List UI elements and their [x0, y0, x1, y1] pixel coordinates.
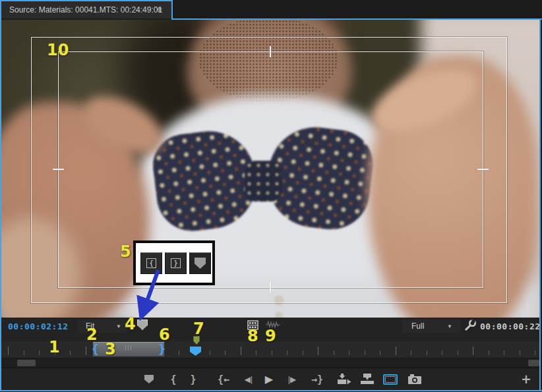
annotation-1: 1 — [49, 339, 60, 355]
settings-wrench-icon[interactable] — [464, 320, 477, 331]
panel-tab-bar: Source: Materials: 00041.MTS: 00:24:49:0… — [0, 0, 542, 18]
safe-center-tick-bottom — [270, 282, 271, 293]
zoom-handle-left[interactable] — [17, 360, 36, 366]
mark-in-button[interactable]: { — [165, 374, 182, 385]
annotation-4: 4 — [125, 316, 136, 332]
range-grip[interactable] — [125, 345, 131, 350]
duration-timecode: 00:00:00:22 — [480, 322, 541, 331]
zoom-handle-right[interactable] — [528, 360, 539, 366]
button-editor[interactable]: + — [518, 372, 535, 386]
zoom-level-select[interactable]: Fit ▼ — [78, 320, 127, 333]
step-back-button[interactable]: ◀| — [240, 374, 257, 385]
panel-border-bottom — [0, 390, 542, 391]
add-marker-button[interactable] — [189, 252, 211, 274]
in-out-range[interactable]: { } — [93, 342, 164, 356]
annotation-7: 7 — [193, 321, 204, 337]
panel-border-right — [539, 18, 541, 391]
safe-margins-button[interactable] — [383, 374, 398, 385]
export-frame-button[interactable] — [407, 374, 422, 385]
insert-button[interactable] — [338, 374, 352, 385]
annotation-6: 6 — [159, 327, 170, 343]
source-monitor-panel: { "tab": { "title": "Source: Materials: … — [0, 0, 542, 392]
mark-out-button[interactable]: } — [185, 374, 202, 385]
video-preview[interactable] — [1, 20, 541, 318]
safe-center-tick-right — [477, 169, 489, 170]
zoom-scrollbar[interactable] — [1, 359, 541, 368]
annotation-8: 8 — [247, 328, 258, 344]
add-marker-button[interactable] — [144, 375, 154, 383]
annotation-9: 9 — [265, 328, 276, 344]
mark-out-icon: } — [171, 258, 181, 268]
play-button[interactable]: ▶ — [260, 374, 278, 385]
panel-border-left — [0, 0, 1, 391]
tab-title: Source: Materials: 00041.MTS: 00:24:49:0… — [9, 1, 162, 18]
safe-center-tick-top — [270, 46, 271, 57]
go-to-out-button[interactable]: →} — [309, 374, 326, 385]
in-point-bracket[interactable]: { — [92, 342, 99, 356]
source-monitor-tab[interactable]: Source: Materials: 00041.MTS: 00:24:49:0… — [1, 1, 171, 18]
overwrite-button[interactable] — [360, 374, 375, 385]
chevron-down-icon: ▼ — [116, 323, 121, 329]
current-timecode[interactable]: 00:00:02:12 — [8, 322, 69, 331]
annotation-10: 10 — [47, 42, 69, 58]
ruler-ticks-major — [8, 347, 538, 355]
marker-icon — [195, 258, 206, 269]
step-forward-button[interactable]: |▶ — [284, 374, 301, 385]
safe-center-tick-left — [53, 169, 64, 170]
panel-border-tab-right — [171, 0, 173, 20]
go-to-in-button[interactable]: {← — [215, 374, 232, 385]
panel-border-top — [171, 18, 542, 20]
transport-bar: { } {← ◀| ▶ |▶ →} + — [1, 368, 541, 390]
annotation-2: 2 — [86, 327, 98, 343]
annotation-3: 3 — [105, 341, 116, 357]
out-point-bracket[interactable]: } — [158, 342, 166, 356]
playback-resolution-value: Full — [411, 322, 424, 331]
playback-resolution-select[interactable]: Full ▼ — [402, 320, 460, 333]
chevron-down-icon: ▼ — [447, 323, 452, 329]
panel-menu-icon[interactable]: ≡ — [157, 1, 162, 18]
panel-border-tab-top — [0, 0, 173, 1]
annotation-5: 5 — [120, 244, 131, 260]
